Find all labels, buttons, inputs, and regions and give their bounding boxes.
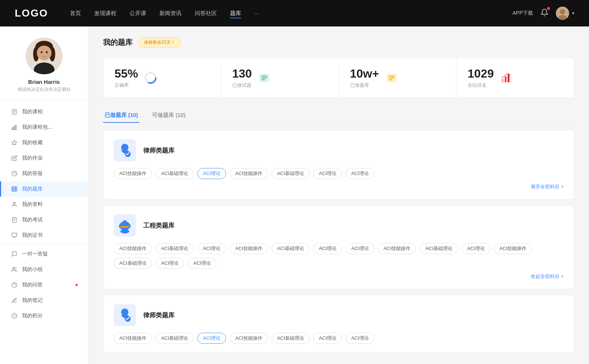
profile-icon	[11, 201, 18, 208]
tag-2-10[interactable]: ACI技能操作	[494, 243, 532, 254]
qb-title-1: 律师类题库	[143, 146, 174, 155]
nav-open-course[interactable]: 公开课	[130, 8, 146, 18]
sidebar-item-homework[interactable]: 我的作业	[0, 150, 88, 166]
avatar	[556, 7, 569, 20]
tag-1-1[interactable]: ACI基础理论	[156, 168, 194, 179]
sidebar-item-my-answers[interactable]: 我的答疑	[0, 166, 88, 181]
nav-more[interactable]: ···	[254, 8, 259, 18]
sidebar-item-one-on-one[interactable]: 一对一答疑	[0, 246, 88, 262]
tag-1-3[interactable]: ACI技能操作	[230, 168, 268, 179]
tag-1-0[interactable]: ACI技能操作	[114, 168, 152, 179]
tag-3-2[interactable]: ACI理论	[197, 333, 226, 344]
edit-icon	[11, 155, 18, 161]
navbar-right: APP下载 ▾	[512, 7, 574, 20]
qb-tags-1: ACI技能操作 ACI基础理论 ACI理论 ACI技能操作 ACI基础理论 AC…	[114, 168, 564, 179]
tag-2-11[interactable]: ACI基础理论	[114, 258, 152, 269]
chart-icon	[500, 71, 513, 85]
qb-tags-3: ACI技能操作 ACI基础理论 ACI理论 ACI技能操作 ACI基础理论 AC…	[114, 333, 564, 344]
tag-3-6[interactable]: ACI理论	[346, 333, 374, 344]
app-download-link[interactable]: APP下载	[512, 10, 533, 17]
svg-point-1	[560, 9, 565, 14]
stats-row: 55% 正确率 130 已做试题	[103, 58, 574, 98]
stat-ranking-value: 1029	[468, 67, 494, 81]
tab-available-banks[interactable]: 可做题库 (10)	[151, 108, 187, 122]
sidebar-item-my-exam[interactable]: 我的考试	[0, 212, 88, 228]
stat-accuracy: 55% 正确率	[103, 58, 221, 97]
qb-card-header-2: 工程类题库	[114, 214, 564, 236]
tab-bar: 已做题库 (10) 可做题库 (10)	[103, 108, 574, 123]
bar-icon	[11, 124, 18, 131]
nav-courses[interactable]: 发现课程	[94, 8, 116, 18]
sidebar-item-my-points[interactable]: 我的积分	[0, 308, 88, 324]
svg-marker-19	[12, 140, 17, 145]
logo: LOGO	[15, 7, 48, 19]
svg-rect-16	[12, 128, 13, 129]
main-content: 我的题库 体验剩余23天！ 55% 正确率	[88, 26, 589, 364]
bank-icon	[11, 186, 18, 192]
svg-rect-17	[14, 126, 15, 130]
tag-2-3[interactable]: ACI技能操作	[230, 243, 268, 254]
tag-2-4[interactable]: ACI基础理论	[272, 243, 310, 254]
qb-card-lawyer-1: 律师类题库 ACI技能操作 ACI基础理论 ACI理论 ACI技能操作 ACI基…	[103, 130, 574, 199]
tag-1-6[interactable]: ACI理论	[346, 168, 374, 179]
tag-2-6[interactable]: ACI理论	[346, 243, 374, 254]
sidebar-item-my-bank[interactable]: 我的题库	[0, 181, 88, 197]
nav-home[interactable]: 首页	[70, 8, 81, 18]
nav-news[interactable]: 新闻资讯	[159, 8, 181, 18]
tag-2-13[interactable]: ACI理论	[188, 258, 216, 269]
sidebar-item-my-cert[interactable]: 我的证书	[0, 228, 88, 243]
tag-3-3[interactable]: ACI技能操作	[230, 333, 268, 344]
stat-done-questions: 130 已做试题	[221, 58, 339, 97]
tag-2-9[interactable]: ACI理论	[462, 243, 490, 254]
page-header: 我的题库 体验剩余23天！	[103, 38, 574, 47]
nav-menu: 首页 发现课程 公开课 新闻资讯 问答社区 题库 ···	[70, 8, 498, 18]
tag-2-0[interactable]: ACI技能操作	[114, 243, 152, 254]
note-icon	[11, 297, 18, 304]
tab-done-banks[interactable]: 已做题库 (10)	[103, 108, 140, 122]
cert-icon	[11, 232, 18, 239]
sidebar: Brian Harris 错误的决定比没有决定要好 我的课程 我的课程包...	[0, 26, 88, 364]
tag-3-5[interactable]: ACI理论	[313, 333, 342, 344]
tag-1-5[interactable]: ACI理论	[313, 168, 342, 179]
tag-3-4[interactable]: ACI基础理论	[272, 333, 310, 344]
tag-3-0[interactable]: ACI技能操作	[114, 333, 152, 344]
pie-chart-icon	[144, 71, 157, 85]
tag-2-1[interactable]: ACI基础理论	[156, 243, 194, 254]
svg-point-56	[120, 229, 129, 233]
tag-1-4[interactable]: ACI基础理论	[272, 168, 310, 179]
user-avatar-menu[interactable]: ▾	[556, 7, 574, 20]
stat-done-questions-value: 130	[232, 67, 252, 81]
lawyer-icon-2	[114, 304, 136, 326]
sidebar-item-my-profile[interactable]: 我的资料	[0, 197, 88, 212]
sidebar-item-my-qa[interactable]: 我的问答	[0, 277, 88, 293]
engineer-icon	[114, 214, 136, 236]
trial-badge: 体验剩余23天！	[138, 38, 181, 47]
profile-name: Brian Harris	[28, 79, 60, 85]
qb-footer-1[interactable]: 展开全部科目 >	[114, 183, 564, 190]
sidebar-item-my-courses[interactable]: 我的课程	[0, 104, 88, 119]
sidebar-item-my-notes[interactable]: 我的笔记	[0, 293, 88, 308]
file-icon	[11, 108, 18, 115]
nav-qa[interactable]: 问答社区	[195, 8, 217, 18]
sidebar-item-favorites[interactable]: 我的收藏	[0, 135, 88, 150]
svg-point-57	[121, 308, 128, 316]
tag-2-12[interactable]: ACI理论	[156, 258, 184, 269]
notification-bell[interactable]	[540, 8, 549, 18]
tag-1-2[interactable]: ACI理论	[197, 168, 226, 179]
qb-footer-2[interactable]: 收起全部科目 >	[114, 273, 564, 280]
qb-tags-2: ACI技能操作 ACI基础理论 ACI理论 ACI技能操作 ACI基础理论 AC…	[114, 243, 564, 269]
sidebar-menu: 我的课程 我的课程包... 我的收藏 我的作业	[0, 100, 88, 327]
qa-notification-dot	[75, 284, 78, 286]
nav-bank[interactable]: 题库	[230, 8, 241, 18]
tag-3-1[interactable]: ACI基础理论	[156, 333, 194, 344]
tag-2-8[interactable]: ACI基础理论	[420, 243, 458, 254]
qa-icon	[11, 282, 18, 288]
sidebar-item-my-group[interactable]: 我的小组	[0, 262, 88, 277]
tag-2-7[interactable]: ACI技能操作	[378, 243, 416, 254]
tag-2-2[interactable]: ACI理论	[197, 243, 226, 254]
sidebar-item-course-packages[interactable]: 我的课程包...	[0, 119, 88, 135]
svg-point-27	[13, 202, 15, 204]
qb-card-engineer: 工程类题库 ACI技能操作 ACI基础理论 ACI理论 ACI技能操作 ACI基…	[103, 205, 574, 289]
tag-2-5[interactable]: ACI理论	[313, 243, 342, 254]
chat-icon	[11, 251, 18, 257]
